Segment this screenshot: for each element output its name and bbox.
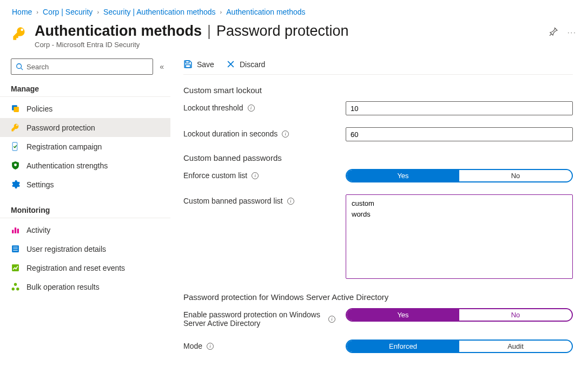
list-icon: [11, 244, 20, 253]
breadcrumb-corp-security[interactable]: Corp | Security: [43, 8, 93, 16]
svg-rect-8: [17, 229, 19, 233]
sidebar-item-password-protection[interactable]: Password protection: [0, 118, 170, 137]
breadcrumb: Home › Corp | Security › Security | Auth…: [0, 0, 588, 21]
toggle-enforced[interactable]: Enforced: [347, 341, 459, 352]
main-content: Save Discard Custom smart lockout Lockou…: [170, 56, 588, 376]
info-icon[interactable]: i: [287, 198, 294, 205]
sidebar-item-user-registration-details[interactable]: User registration details: [0, 239, 170, 258]
sidebar-item-bulk-operation-results[interactable]: Bulk operation results: [0, 277, 170, 296]
search-icon: [16, 63, 23, 70]
info-icon[interactable]: i: [252, 172, 259, 179]
collapse-sidebar-icon[interactable]: «: [157, 62, 166, 71]
sidebar-item-label: Bulk operation results: [27, 283, 100, 291]
bar-chart-icon: [11, 225, 20, 234]
section-title-lockout: Custom smart lockout: [183, 86, 573, 95]
sidebar-item-label: Activity: [27, 226, 50, 234]
svg-line-1: [21, 68, 23, 70]
svg-point-0: [17, 64, 22, 69]
svg-rect-7: [15, 227, 16, 233]
enable-ad-toggle[interactable]: Yes No: [346, 308, 573, 322]
enforce-custom-list-label: Enforce custom list: [183, 171, 247, 180]
sidebar-item-label: User registration details: [27, 245, 106, 253]
svg-point-14: [14, 283, 17, 286]
breadcrumb-auth-methods[interactable]: Authentication methods: [226, 8, 305, 16]
enforce-custom-list-toggle[interactable]: Yes No: [346, 169, 573, 182]
chevron-right-icon: ›: [220, 9, 222, 15]
page-title-rest: Password protection: [216, 23, 349, 40]
phone-check-icon: [11, 142, 20, 151]
nodes-icon: [11, 282, 20, 291]
sidebar-item-label: Policies: [27, 105, 52, 113]
section-title-banned: Custom banned passwords: [183, 153, 573, 162]
toggle-yes[interactable]: Yes: [347, 309, 459, 321]
search-input[interactable]: [27, 63, 148, 71]
mode-label: Mode: [183, 342, 202, 350]
page-title-bold: Authentication methods: [35, 23, 202, 40]
enable-ad-label: Enable password protection on Windows Se…: [183, 310, 324, 328]
svg-point-16: [16, 288, 19, 290]
sidebar-item-label: Settings: [27, 180, 54, 189]
toggle-no[interactable]: No: [459, 170, 572, 181]
sidebar-section-monitoring: Monitoring: [0, 201, 170, 218]
svg-rect-17: [186, 61, 189, 63]
toggle-audit[interactable]: Audit: [459, 341, 572, 352]
discard-icon: [226, 60, 235, 69]
title-divider: |: [207, 23, 211, 40]
banned-password-list-input[interactable]: [346, 194, 573, 279]
sidebar-item-label: Registration and reset events: [27, 264, 125, 272]
chart-up-icon: [11, 263, 20, 272]
discard-button[interactable]: Discard: [226, 60, 265, 69]
info-icon[interactable]: i: [328, 316, 335, 323]
sidebar: « Manage Policies Password protection Re…: [0, 56, 170, 376]
info-icon[interactable]: i: [248, 105, 255, 112]
svg-point-5: [14, 164, 17, 166]
chevron-right-icon: ›: [97, 9, 99, 15]
shield-icon: [11, 161, 20, 170]
sidebar-item-policies[interactable]: Policies: [0, 99, 170, 118]
banned-list-label: Custom banned password list: [183, 197, 283, 205]
svg-point-15: [12, 288, 15, 290]
info-icon[interactable]: i: [282, 130, 289, 138]
svg-rect-4: [12, 142, 17, 151]
svg-rect-18: [186, 65, 190, 68]
policies-icon: [11, 104, 20, 113]
lockout-duration-label: Lockout duration in seconds: [183, 129, 278, 138]
sidebar-item-label: Authentication strengths: [27, 161, 108, 170]
search-box[interactable]: [11, 58, 153, 75]
mode-toggle[interactable]: Enforced Audit: [346, 340, 573, 353]
toggle-yes[interactable]: Yes: [347, 170, 459, 181]
svg-rect-6: [12, 230, 14, 233]
sidebar-item-registration-reset-events[interactable]: Registration and reset events: [0, 258, 170, 277]
sidebar-item-auth-strengths[interactable]: Authentication strengths: [0, 156, 170, 175]
section-title-ad: Password protection for Windows Server A…: [183, 292, 573, 302]
page-header: Authentication methods | Password protec…: [0, 21, 588, 56]
lockout-threshold-label: Lockout threshold: [183, 103, 243, 112]
breadcrumb-home[interactable]: Home: [12, 8, 32, 16]
sidebar-item-activity[interactable]: Activity: [0, 220, 170, 239]
pin-icon[interactable]: [549, 27, 558, 37]
chevron-right-icon: ›: [36, 9, 38, 15]
save-icon: [183, 60, 193, 69]
page-title: Authentication methods | Password protec…: [35, 23, 541, 40]
lockout-threshold-input[interactable]: [346, 101, 573, 115]
discard-label: Discard: [240, 60, 265, 69]
gear-icon: [11, 180, 20, 189]
save-label: Save: [197, 60, 214, 69]
page-subtitle: Corp - Microsoft Entra ID Security: [35, 41, 541, 49]
sidebar-item-registration-campaign[interactable]: Registration campaign: [0, 137, 170, 156]
save-button[interactable]: Save: [183, 60, 214, 69]
sidebar-item-label: Password protection: [27, 123, 95, 132]
svg-rect-3: [14, 107, 19, 112]
key-icon: [11, 123, 20, 132]
sidebar-section-manage: Manage: [0, 80, 170, 97]
key-icon: [12, 26, 27, 41]
breadcrumb-security-auth-methods[interactable]: Security | Authentication methods: [103, 8, 216, 16]
toggle-no[interactable]: No: [459, 309, 572, 321]
info-icon[interactable]: i: [207, 343, 214, 350]
lockout-duration-input[interactable]: [346, 127, 573, 141]
command-bar: Save Discard: [183, 56, 573, 75]
sidebar-item-settings[interactable]: Settings: [0, 175, 170, 194]
more-icon[interactable]: ···: [567, 28, 576, 37]
sidebar-item-label: Registration campaign: [27, 142, 102, 151]
